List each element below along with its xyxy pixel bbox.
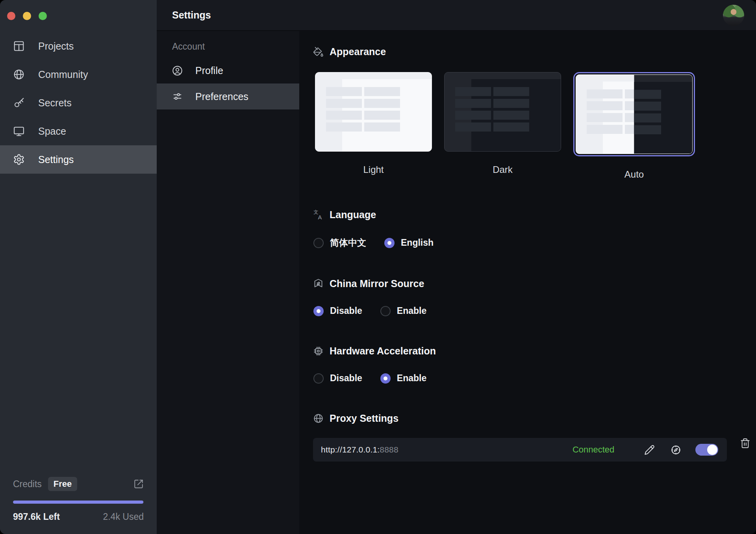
mirror-banner-icon	[313, 278, 324, 289]
preferences-content: Appearance Light Dark	[299, 31, 756, 534]
settings-nav-item-preferences[interactable]: Preferences	[157, 83, 299, 109]
theme-option-dark[interactable]: Dark	[444, 72, 561, 180]
credits-label: Credits	[13, 479, 42, 490]
proxy-section-header: Proxy Settings	[313, 412, 756, 425]
paint-bucket-icon	[313, 46, 324, 57]
proxy-url: http://127.0.0.1:8888	[321, 445, 398, 454]
sidebar-item-label: Secrets	[38, 97, 72, 109]
radio-label: Disable	[330, 373, 362, 384]
globe-proxy-icon	[313, 413, 324, 424]
section-title: Appearance	[330, 46, 386, 57]
theme-label: Light	[315, 164, 432, 175]
theme-label: Dark	[444, 164, 561, 175]
settings-nav: Account Profile Preferences	[157, 31, 299, 534]
monitor-icon	[13, 125, 25, 137]
radio-label: English	[401, 237, 434, 248]
sidebar-item-label: Settings	[38, 154, 74, 165]
hardware-accel-radio-group: Disable Enable	[313, 373, 756, 384]
settings-nav-section-label: Account	[172, 41, 299, 52]
sidebar-item-label: Community	[38, 69, 88, 80]
proxy-actions	[644, 444, 718, 456]
theme-options: Light Dark	[315, 72, 756, 180]
globe-icon	[13, 69, 25, 80]
sidebar-item-label: Projects	[38, 41, 74, 52]
credits-progress-bar	[13, 501, 144, 504]
svg-text:A: A	[318, 214, 322, 220]
theme-preview-light[interactable]	[315, 72, 432, 152]
credits-used: 2.4k Used	[103, 512, 144, 522]
appearance-section-header: Appearance	[313, 45, 756, 58]
section-title: China Mirror Source	[330, 278, 424, 289]
header: Settings	[157, 0, 756, 31]
minimize-window-button[interactable]	[23, 12, 31, 20]
page-title: Settings	[172, 9, 211, 21]
proxy-port: 8888	[380, 445, 398, 454]
language-section-header: 文 A Language	[313, 208, 756, 221]
proxy-status-badge: Connected	[573, 445, 614, 455]
theme-option-light[interactable]: Light	[315, 72, 432, 180]
theme-label: Auto	[573, 169, 695, 180]
china-mirror-radio-group: Disable Enable	[313, 306, 756, 316]
projects-icon	[13, 40, 25, 52]
section-title: Hardware Acceleration	[330, 345, 436, 357]
sidebar-item-projects[interactable]: Projects	[0, 32, 157, 60]
key-icon	[13, 97, 25, 109]
plan-badge: Free	[48, 477, 77, 491]
radio-label: Disable	[330, 306, 362, 316]
settings-nav-item-profile[interactable]: Profile	[157, 57, 299, 83]
theme-preview-auto[interactable]	[576, 74, 693, 154]
theme-option-auto[interactable]: Auto	[573, 72, 695, 180]
sidebar: Projects Community Secrets Space	[0, 0, 157, 534]
sidebar-item-space[interactable]: Space	[0, 117, 157, 145]
theme-preview-dark[interactable]	[444, 72, 561, 152]
delete-proxy-trash-icon[interactable]	[740, 438, 750, 449]
radio-mirror-disable[interactable]	[313, 306, 324, 316]
language-radio-group: 简体中文 English	[313, 237, 756, 249]
section-title: Proxy Settings	[330, 413, 398, 424]
radio-label: Enable	[397, 306, 426, 316]
radio-english[interactable]	[384, 238, 395, 248]
external-link-icon[interactable]	[133, 479, 144, 489]
section-title: Language	[330, 209, 376, 221]
proxy-entry-row: http://127.0.0.1:8888 Connected	[313, 438, 727, 462]
radio-hw-enable[interactable]	[380, 373, 391, 384]
window-controls	[7, 12, 47, 20]
sidebar-item-label: Space	[38, 126, 66, 137]
settings-nav-item-label: Profile	[195, 65, 223, 76]
sidebar-item-settings[interactable]: Settings	[0, 145, 157, 174]
close-window-button[interactable]	[7, 12, 15, 20]
zoom-window-button[interactable]	[39, 12, 47, 20]
radio-label: Enable	[397, 373, 426, 384]
credits-left: 997.6k Left	[13, 512, 60, 522]
sidebar-nav: Projects Community Secrets Space	[0, 32, 157, 174]
proxy-host: http://127.0.0.1:	[321, 445, 380, 454]
toggle-knob	[707, 445, 717, 455]
sliders-icon	[172, 91, 183, 102]
hardware-accel-section-header: Hardware Acceleration	[313, 345, 756, 357]
edit-pencil-icon[interactable]	[644, 445, 655, 455]
app-window: Projects Community Secrets Space	[0, 0, 756, 534]
proxy-toggle[interactable]	[695, 444, 718, 456]
credits-panel: Credits Free 997.6k Left 2.4k Used	[13, 477, 144, 522]
radio-chinese[interactable]	[313, 238, 324, 248]
radio-mirror-enable[interactable]	[380, 306, 391, 316]
user-avatar[interactable]	[723, 5, 744, 26]
user-circle-icon	[172, 65, 183, 76]
radio-hw-disable[interactable]	[313, 373, 324, 384]
speed-test-compass-icon[interactable]	[671, 445, 681, 455]
selected-theme-border	[573, 72, 695, 156]
radio-label: 简体中文	[330, 237, 366, 249]
settings-nav-item-label: Preferences	[195, 91, 248, 102]
china-mirror-section-header: China Mirror Source	[313, 277, 756, 290]
credits-progress-fill	[13, 501, 143, 504]
cpu-icon	[313, 346, 324, 356]
sidebar-item-secrets[interactable]: Secrets	[0, 89, 157, 117]
gear-icon	[13, 154, 25, 165]
translate-icon: 文 A	[313, 210, 324, 220]
sidebar-item-community[interactable]: Community	[0, 60, 157, 89]
